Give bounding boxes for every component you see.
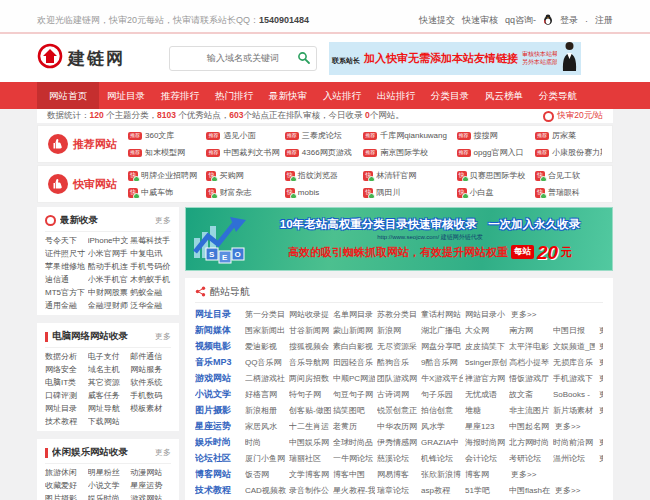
category-label-link[interactable]: 论坛社区 [195,452,245,465]
latest-site-link[interactable]: 金融理财师 [88,301,129,311]
latest-site-link[interactable]: 号令天下 [45,236,86,246]
fun-category-link[interactable]: 娱乐时尚 [88,494,129,500]
cool-site-link[interactable]: 禅游官方网 [465,373,507,384]
nav-item[interactable]: 分类导航 [531,82,585,109]
recommend-site-link[interactable]: 推荐 opgg官网入口 [457,147,531,158]
fun-category-link[interactable]: 图片摄影 [45,494,86,500]
cool-site-link[interactable]: 时尚 [245,437,287,448]
recommend-site-link[interactable]: 推荐 遇见小面 [206,130,280,141]
cool-site-link[interactable]: 苏教分类目 [377,309,419,320]
cool-site-link[interactable]: 家居风水 [245,421,287,432]
fast-site-link[interactable]: 快 隅田川 [363,187,452,198]
cool-site-link[interactable]: 新片场素材 [553,405,595,416]
cool-site-link[interactable]: 南方网 [509,325,551,336]
latest-site-link[interactable]: 通用金融 [45,301,86,311]
category-more-link[interactable]: 更多>> [599,405,603,416]
cool-site-link[interactable]: 中国flash在 [509,485,551,496]
cool-site-link[interactable]: 中国起名网 [509,421,551,432]
quick-review-link[interactable]: 快速审核 [462,14,498,27]
latest-site-link[interactable]: 小米官网手 [88,249,129,259]
cool-site-link[interactable]: 文娱频道_国 [553,341,595,352]
cool-site-link[interactable]: 童话村网站 [421,309,463,320]
recommend-site-link[interactable]: 推荐 360文库 [128,130,202,141]
cool-site-link[interactable]: 爱迪影视 [245,341,287,352]
cool-site-link[interactable]: 非主流图片 [509,405,551,416]
fun-category-link[interactable]: 动漫网站 [130,468,171,478]
qq-consult-link[interactable]: qq咨询- [505,14,536,27]
cool-site-link[interactable]: 51学吧 [465,485,507,496]
nav-item[interactable]: 出站排行 [369,82,423,109]
cool-site-link[interactable]: QQ音乐网 [245,357,287,368]
category-label-link[interactable]: 博客网站 [195,468,245,481]
nav-item[interactable]: 风云榜单 [477,82,531,109]
pc-category-link[interactable]: 域名主机 [88,365,129,375]
category-more-link[interactable]: 更多>> [555,421,580,432]
cool-site-link[interactable]: 文学博客网 [289,469,331,480]
cool-site-link[interactable]: 国家新闻出 [245,325,287,336]
pc-category-link[interactable]: 下载网站 [88,417,129,427]
cool-site-link[interactable]: 两间房招数 [289,373,331,384]
cool-site-link[interactable]: 温州论坛 [553,453,595,464]
recommend-site-link[interactable]: 推荐 南京国际学校 [363,147,452,158]
cool-site-link[interactable]: 田园轻音乐 [333,357,375,368]
cool-site-link[interactable]: 好格言网 [245,389,287,400]
cool-site-link[interactable]: 特句子网 [289,389,331,400]
recommend-site-link[interactable]: 推荐 中国裁判文书网 [206,147,280,158]
cool-site-link[interactable]: 第一分类目 [245,309,287,320]
category-label-link[interactable]: 技术教程 [195,484,245,497]
category-more-link[interactable]: 更多>> [599,373,603,384]
nav-item[interactable]: 入站排行 [315,82,369,109]
cool-site-link[interactable]: 机锋论坛 [421,453,463,464]
recommend-site-link[interactable]: 推荐 厉家菜 [535,130,602,141]
cool-site-link[interactable]: 中华农历网 [377,421,419,432]
cool-site-link[interactable]: 搞笑图吧 [333,405,375,416]
category-label-link[interactable]: 视频电影 [195,340,245,353]
cool-site-link[interactable]: 博客中国 [333,469,375,480]
cool-site-link[interactable]: 风水学 [421,421,463,432]
cool-site-link[interactable]: 网盘分享吧 [421,341,463,352]
latest-site-link[interactable]: iPhone中文 [88,236,129,246]
cool-site-link[interactable]: 锐景创意正 [377,405,419,416]
fast-review-price-link[interactable]: 快审20元/站 [543,110,603,122]
latest-site-link[interactable]: 中财网股票 [88,288,129,298]
pc-category-link[interactable]: 电子支付 [88,352,129,362]
cool-site-link[interactable]: 星火教程-我 [333,485,375,496]
cool-site-link[interactable]: 网易博客 [377,469,419,480]
latest-more-link[interactable]: 更多 [155,215,171,226]
nav-item[interactable]: 热门排行 [207,82,261,109]
nav-item[interactable]: 推荐排行 [153,82,207,109]
cool-site-link[interactable]: 录音制作公 [289,485,331,496]
cool-site-link[interactable]: asp教程 [421,485,463,496]
cool-site-link[interactable]: 悟饭游戏厅 [509,373,551,384]
cool-site-link[interactable]: 中国日报 [553,325,595,336]
cool-site-link[interactable]: 伊秀情感网 [377,437,419,448]
cool-site-link[interactable]: CAD视频教 [245,485,287,496]
cool-site-link[interactable]: 手机游戏下 [553,373,595,384]
fast-site-link[interactable]: 快 林清轩官网 [363,170,452,181]
cool-site-link[interactable]: 二柄游戏社 [245,373,287,384]
category-more-link[interactable]: 更多>> [555,485,580,496]
category-label-link[interactable]: 音乐MP3 [195,356,245,369]
cool-site-link[interactable]: 新浪网 [377,325,419,336]
cool-site-link[interactable]: 5singer原创 [465,357,507,368]
cool-site-link[interactable]: 故文斋 [509,389,551,400]
recommend-site-link[interactable]: 推荐 搜搜网 [457,130,531,141]
fast-site-link[interactable]: 快 合见工软 [535,170,602,181]
cool-site-link[interactable]: 一牛网论坛 [333,453,375,464]
cool-site-link[interactable]: 网站目录小 [465,309,507,320]
cool-site-link[interactable]: 无损库音乐 [553,357,595,368]
recommend-site-link[interactable]: 推荐 千库网qiankuwang [363,130,452,141]
cool-site-link[interactable]: 皮皮搞笑下 [465,341,507,352]
cool-site-link[interactable]: 老黄历 [333,421,375,432]
category-more-link[interactable]: 更多>> [511,469,536,480]
category-more-link[interactable]: 更多>> [599,453,603,464]
cool-site-link[interactable]: 十二生肖运 [289,421,331,432]
seo-ad-banner[interactable]: S E O 10年老站高权重分类目录快速审核收录 一次加入永久收录 http:/… [185,207,613,271]
latest-site-link[interactable]: MT5官方下 [45,288,86,298]
cool-site-link[interactable]: 创客贴-做图 [289,405,331,416]
fun-category-link[interactable]: 收藏爱好 [45,481,86,491]
latest-site-link[interactable]: 小米手机官 [88,275,129,285]
cool-site-link[interactable]: 牛X游戏平台 [421,373,463,384]
cool-site-link[interactable]: 素白白影视 [333,341,375,352]
header-ad-banner[interactable]: 联系站长 加入快审无需添加本站友情链接 审核快本站帮您网站高权重另外本站底部友链… [329,42,581,75]
